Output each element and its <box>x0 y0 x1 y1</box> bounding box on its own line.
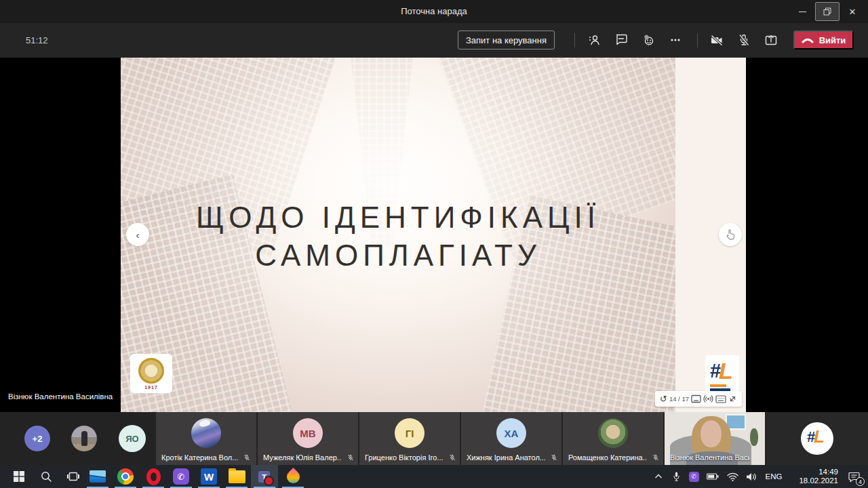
audio-participant-initials[interactable]: ЯО <box>119 425 146 452</box>
reset-view-button[interactable]: ↺ <box>660 394 667 403</box>
participant-tile[interactable]: ХА Хижняк Ірина Анатол... <box>461 412 561 465</box>
mic-off-button[interactable] <box>734 30 753 49</box>
clock[interactable]: 14:49 18.02.2021 <box>787 465 841 488</box>
presentation-stage: ЩОДО ІДЕНТИФІКАЦІЇ САМОПЛАГІАТУ ‹ 1917 L… <box>0 58 868 412</box>
avatar <box>598 418 628 448</box>
logo-hash: # <box>710 360 721 382</box>
viber-app-icon[interactable]: ✆ <box>167 465 195 488</box>
slide-page-indicator: 14 / 17 <box>669 395 689 403</box>
camera-off-icon <box>709 32 725 48</box>
file-explorer-icon[interactable] <box>223 465 250 488</box>
mic-off-icon <box>736 32 752 48</box>
notification-badge: 4 <box>856 477 865 486</box>
mic-muted-icon <box>550 453 558 462</box>
broadcast-icon[interactable] <box>703 394 713 403</box>
minimize-icon <box>799 12 806 12</box>
hashtag-logo: L # <box>705 355 739 394</box>
teams-meeting-window: Поточна нарада ✕ 51:12 Запит на керуванн… <box>0 0 868 488</box>
plant <box>750 428 758 446</box>
participant-tile[interactable]: Ромащенко Катерина... <box>563 412 663 465</box>
seal-emblem <box>138 358 164 384</box>
close-icon: ✕ <box>849 7 856 16</box>
tray-expand-button[interactable] <box>650 465 667 488</box>
minimize-button[interactable] <box>789 2 815 21</box>
camera-off-button[interactable] <box>707 30 726 49</box>
audio-participant-avatar[interactable] <box>71 426 97 451</box>
participants-button[interactable] <box>585 30 604 49</box>
windows-start-icon <box>13 470 25 483</box>
action-center-button[interactable]: 4 <box>841 465 867 488</box>
present-window-icon[interactable] <box>691 394 701 403</box>
mail-app-icon[interactable] <box>84 465 111 488</box>
volume-icon[interactable] <box>742 465 761 488</box>
avatar-initials: МВ <box>293 418 323 448</box>
avatar-initials: ХА <box>496 418 526 448</box>
word-app-icon[interactable]: W <box>195 465 222 488</box>
previous-slide-button[interactable]: ‹ <box>126 223 149 246</box>
meeting-timer: 51:12 <box>26 23 48 58</box>
chrome-app-icon[interactable] <box>112 465 139 488</box>
toolbar-divider <box>574 33 575 47</box>
participant-logo-tile[interactable]: L # <box>766 412 868 465</box>
participant-tile[interactable]: Кротік Катерина Вол... <box>156 412 256 465</box>
mic-muted-icon <box>448 453 456 462</box>
close-button[interactable]: ✕ <box>840 2 865 21</box>
participant-video-tile[interactable]: Візнюк Валентина Василі... <box>665 412 765 465</box>
chevron-left-icon: ‹ <box>136 229 140 241</box>
university-seal-logo: 1917 <box>130 354 172 393</box>
task-view-icon <box>66 471 80 482</box>
hand-cursor-icon <box>726 229 735 240</box>
opera-app-icon[interactable] <box>140 465 167 488</box>
chevron-up-icon <box>654 474 663 479</box>
taskbar-search-button[interactable] <box>33 465 60 488</box>
reactions-button[interactable] <box>639 30 658 49</box>
participant-name: Хижняк Ірина Анатол... <box>467 453 545 462</box>
window-titlebar: Поточна нарада ✕ <box>0 0 868 23</box>
slide-title-line1: ЩОДО ІДЕНТИФІКАЦІЇ <box>121 199 675 237</box>
tray-mic-indicator[interactable] <box>667 465 685 488</box>
participants-filmstrip: +2 ЯО Кротік Катерина Вол... МВ Мужеляк … <box>0 412 868 465</box>
restore-icon <box>823 7 831 16</box>
shared-slide: ЩОДО ІДЕНТИФІКАЦІЇ САМОПЛАГІАТУ ‹ 1917 L… <box>121 58 746 412</box>
participant-name: Мужеляк Юлія Валер... <box>263 453 342 462</box>
wifi-icon[interactable] <box>723 465 742 488</box>
window-title: Поточна нарада <box>0 0 868 23</box>
participant-name: Ромащенко Катерина... <box>568 453 647 462</box>
task-view-button[interactable] <box>60 465 87 488</box>
meeting-toolbar: 51:12 Запит на керування <box>0 23 868 58</box>
teams-notification-dot <box>264 476 274 486</box>
keyboard-icon[interactable] <box>715 395 726 403</box>
participant-tile[interactable]: ГІ Гриценко Вікторія Іго... <box>359 412 460 465</box>
teams-app-icon[interactable]: T <box>251 465 278 488</box>
mic-muted-icon <box>243 453 251 462</box>
language-indicator[interactable]: ENG <box>761 465 787 488</box>
request-control-button[interactable]: Запит на керування <box>458 30 555 49</box>
start-button[interactable] <box>5 465 33 488</box>
chat-icon <box>613 32 629 48</box>
participant-tile[interactable]: МВ Мужеляк Юлія Валер... <box>258 412 358 465</box>
participant-name: Кротік Катерина Вол... <box>161 453 238 462</box>
window-controls: ✕ <box>789 0 865 23</box>
next-slide-button[interactable] <box>719 223 742 246</box>
seal-year: 1917 <box>144 385 158 390</box>
restore-button[interactable] <box>815 2 840 21</box>
system-tray: ✆ ENG <box>650 465 867 488</box>
share-screen-button[interactable] <box>762 30 781 49</box>
battery-icon[interactable] <box>703 465 723 488</box>
exit-fullscreen-icon[interactable] <box>728 394 737 403</box>
leave-meeting-button[interactable]: Вийти <box>793 30 854 49</box>
paint-app-icon[interactable] <box>279 465 307 488</box>
windows-taskbar: ✆ W T ✆ <box>0 465 868 488</box>
tray-viber-icon[interactable]: ✆ <box>685 465 703 488</box>
participant-name: Гриценко Вікторія Іго... <box>365 453 443 462</box>
person-face <box>701 420 722 447</box>
slide-title-line2: САМОПЛАГІАТУ <box>121 237 675 274</box>
chat-button[interactable] <box>612 30 631 49</box>
avatar <box>191 418 221 448</box>
microphone-icon <box>672 471 681 482</box>
participant-name: Візнюк Валентина Василі... <box>670 453 750 462</box>
more-options-button[interactable] <box>666 30 685 49</box>
avatar-initials: ГІ <box>395 418 425 448</box>
overflow-participants-badge[interactable]: +2 <box>24 426 50 451</box>
leave-label: Вийти <box>819 35 846 45</box>
